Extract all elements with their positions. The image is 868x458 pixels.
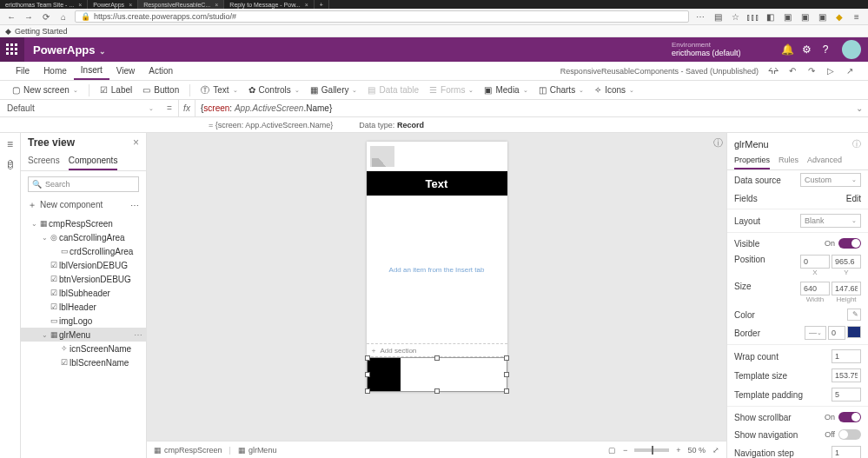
property-dropdown[interactable]: Default⌄	[0, 103, 161, 113]
tree-node-root[interactable]: ⌄▦cmpRespScreen	[21, 216, 146, 230]
tab-advanced[interactable]: Advanced	[807, 152, 842, 169]
avatar[interactable]	[842, 40, 861, 59]
undo-icon[interactable]: ↶	[783, 62, 802, 80]
template-padding-input[interactable]	[832, 388, 861, 402]
zoom-slider[interactable]	[634, 448, 669, 452]
tree-node[interactable]: ▭imgLogo	[21, 314, 146, 328]
play-icon[interactable]: ▷	[821, 62, 840, 80]
menu-file[interactable]: File	[9, 62, 36, 80]
tab-components[interactable]: Components	[69, 152, 118, 170]
tree-node[interactable]: ☑lblSubheader	[21, 286, 146, 300]
notifications-icon[interactable]: 🔔	[778, 43, 797, 56]
reader-icon[interactable]: ▤	[712, 10, 724, 23]
environment-picker[interactable]: Environment ericthomas (default)	[665, 41, 778, 58]
reload-button[interactable]: ⟳	[40, 10, 52, 23]
fx-icon[interactable]: fx	[178, 100, 195, 116]
addon-icon[interactable]: ◆	[833, 10, 845, 23]
resize-handle[interactable]	[365, 372, 370, 377]
new-screen-button[interactable]: ▢New screen⌄	[9, 85, 82, 95]
home-button[interactable]: ⌂	[57, 10, 70, 23]
browser-tab[interactable]: ericthomas Team Site - ...×	[0, 0, 88, 9]
share-icon[interactable]: ↗	[840, 62, 859, 80]
bookmark-icon[interactable]: ☆	[729, 10, 741, 23]
media-dropdown[interactable]: ▣Media⌄	[480, 85, 531, 95]
tree-node-selected[interactable]: ⌄▦glrMenu⋯	[21, 328, 146, 342]
addon-icon[interactable]: ▣	[781, 10, 793, 23]
more-icon[interactable]: ⋯	[134, 330, 142, 340]
close-icon[interactable]: ×	[133, 136, 139, 149]
redo-icon[interactable]: ↷	[802, 62, 821, 80]
fit-icon[interactable]: ⤢	[712, 446, 719, 455]
browser-tab[interactable]: Reply to Message - Pow...×	[224, 0, 314, 9]
charts-dropdown[interactable]: ◫Charts⌄	[535, 85, 587, 95]
position-y-input[interactable]	[832, 255, 861, 269]
gallery-dropdown[interactable]: ▦Gallery⌄	[307, 85, 361, 95]
app-title[interactable]: PowerApps⌄	[24, 43, 115, 56]
fields-edit-link[interactable]: Edit	[846, 194, 861, 203]
navigation-toggle[interactable]	[838, 429, 861, 440]
sidebar-icon[interactable]: ◧	[764, 10, 776, 23]
tree-node[interactable]: ✧icnScreenName	[21, 342, 146, 355]
menu-view[interactable]: View	[109, 62, 142, 80]
orientation-icon[interactable]: ▢	[608, 446, 616, 455]
device-preview[interactable]: Text Add an item from the Insert tab ＋Ad…	[367, 142, 507, 392]
more-icon[interactable]: ⋯	[130, 201, 139, 210]
app-launcher-icon[interactable]	[0, 37, 24, 62]
close-icon[interactable]: ×	[129, 2, 132, 8]
text-dropdown[interactable]: ⓉText⌄	[197, 84, 241, 96]
new-component-button[interactable]: ＋New component	[28, 199, 103, 211]
close-icon[interactable]: ×	[78, 2, 82, 8]
resize-handle[interactable]	[504, 388, 509, 394]
tree-node[interactable]: ☑btnVersionDEBUG	[21, 272, 146, 286]
breadcrumb[interactable]: ▦glrMenu	[238, 446, 277, 455]
library-icon[interactable]: ⫿⫿⫿	[746, 10, 759, 23]
gallery-template[interactable]	[368, 358, 401, 391]
color-picker[interactable]: ✎	[847, 309, 861, 321]
resize-handle[interactable]	[434, 355, 440, 361]
close-icon[interactable]: ×	[215, 2, 218, 8]
addon-icon[interactable]: ▣	[816, 10, 828, 23]
forward-button[interactable]: →	[23, 10, 35, 23]
border-width-input[interactable]	[828, 326, 845, 340]
gallery-selection[interactable]	[367, 357, 507, 392]
resize-handle[interactable]	[365, 388, 370, 394]
menu-action[interactable]: Action	[142, 62, 180, 80]
menu-home[interactable]: Home	[36, 62, 74, 80]
close-icon[interactable]: ×	[305, 2, 308, 8]
tree-node[interactable]: ▭crdScrollingArea	[21, 244, 146, 258]
resize-handle[interactable]	[365, 355, 370, 361]
width-input[interactable]	[800, 282, 830, 295]
browser-tab[interactable]: ResponsiveReusableC...×	[138, 0, 224, 9]
resize-handle[interactable]	[504, 372, 509, 377]
bookmark-item[interactable]: Getting Started	[15, 27, 68, 36]
info-icon[interactable]: ⓘ	[852, 138, 861, 150]
tab-screens[interactable]: Screens	[28, 152, 60, 170]
position-x-input[interactable]	[800, 255, 830, 269]
help-icon[interactable]: ?	[816, 43, 835, 56]
breadcrumb[interactable]: ▦cmpRespScreen	[154, 446, 222, 455]
height-input[interactable]	[832, 282, 861, 295]
data-sources-icon[interactable]: 🛢	[5, 159, 16, 171]
back-button[interactable]: ←	[5, 10, 17, 23]
tree-node[interactable]: ☑lblVersionDEBUG	[21, 258, 146, 272]
icons-dropdown[interactable]: ✧Icons⌄	[591, 85, 638, 95]
layout-dropdown[interactable]: Blank⌄	[800, 214, 861, 228]
info-icon[interactable]: ⓘ	[713, 136, 723, 149]
browser-tab[interactable]: PowerApps×	[88, 0, 138, 9]
controls-dropdown[interactable]: ✿Controls⌄	[245, 85, 303, 95]
tab-properties[interactable]: Properties	[734, 152, 770, 169]
resize-handle[interactable]	[504, 355, 509, 361]
nav-step-input[interactable]	[832, 446, 861, 458]
label-button[interactable]: ☑Label	[96, 85, 136, 95]
zoom-in-icon[interactable]: +	[676, 446, 680, 455]
border-style-dropdown[interactable]: —⌄	[805, 326, 826, 340]
url-input[interactable]: 🔒 https://us.create.powerapps.com/studio…	[75, 10, 689, 23]
addon-icon[interactable]: ▣	[798, 10, 811, 23]
wrap-count-input[interactable]	[832, 349, 861, 363]
tree-node[interactable]: ☑lblHeader	[21, 300, 146, 314]
new-tab-button[interactable]: +	[315, 0, 329, 9]
button-button[interactable]: ▭Button	[139, 85, 182, 95]
menu-icon[interactable]: ≡	[851, 10, 863, 23]
template-size-input[interactable]	[832, 368, 861, 382]
tab-rules[interactable]: Rules	[779, 152, 798, 169]
